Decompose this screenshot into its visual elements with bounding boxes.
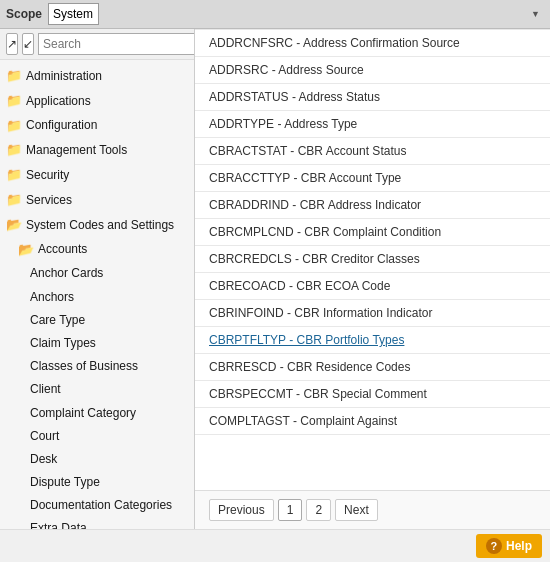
- sidebar-item-configuration[interactable]: 📁Configuration: [0, 114, 194, 139]
- list-item[interactable]: ADDRTYPE - Address Type: [195, 111, 550, 138]
- collapse-button[interactable]: ↙: [22, 33, 34, 55]
- list-item[interactable]: CBRRESCD - CBR Residence Codes: [195, 354, 550, 381]
- sidebar-item-label: Services: [26, 191, 72, 210]
- page-2-button[interactable]: 2: [306, 499, 331, 521]
- sidebar-item-complaint-category[interactable]: Complaint Category: [0, 402, 194, 425]
- sidebar-item-court[interactable]: Court: [0, 425, 194, 448]
- sidebar-item-classes-of-business[interactable]: Classes of Business: [0, 355, 194, 378]
- top-bar: Scope System: [0, 0, 550, 29]
- folder-icon: 📁: [6, 140, 22, 161]
- sidebar-item-label: Classes of Business: [30, 357, 138, 376]
- sidebar-item-label: Claim Types: [30, 334, 96, 353]
- sidebar-item-applications[interactable]: 📁Applications: [0, 89, 194, 114]
- sidebar-item-label: Management Tools: [26, 141, 127, 160]
- sidebar-item-label: Accounts: [38, 240, 87, 259]
- folder-icon: 📁: [6, 116, 22, 137]
- sidebar-item-label: Court: [30, 427, 59, 446]
- sidebar-item-desk[interactable]: Desk: [0, 448, 194, 471]
- next-button[interactable]: Next: [335, 499, 378, 521]
- folder-icon: 📁: [6, 165, 22, 186]
- sidebar-item-claim-types[interactable]: Claim Types: [0, 332, 194, 355]
- list-item[interactable]: ADDRSTATUS - Address Status: [195, 84, 550, 111]
- folder-icon: 📁: [6, 190, 22, 211]
- sidebar-item-label: Desk: [30, 450, 57, 469]
- main-content: ↗ ↙ 📁Administration📁Applications📁Configu…: [0, 29, 550, 529]
- list-item[interactable]: CBRACCTTYP - CBR Account Type: [195, 165, 550, 192]
- list-item[interactable]: CBRSPECCMT - CBR Special Comment: [195, 381, 550, 408]
- scope-label: Scope: [6, 7, 42, 21]
- sidebar-toolbar: ↗ ↙: [0, 29, 194, 60]
- sidebar-item-label: Configuration: [26, 116, 97, 135]
- folder-icon: 📁: [6, 66, 22, 87]
- sidebar-item-client[interactable]: Client: [0, 378, 194, 401]
- sidebar-item-label: Anchor Cards: [30, 264, 103, 283]
- sidebar-item-label: Client: [30, 380, 61, 399]
- item-list: ADDRCNFSRC - Address Confirmation Source…: [195, 29, 550, 490]
- sidebar-item-dispute-type[interactable]: Dispute Type: [0, 471, 194, 494]
- expand-button[interactable]: ↗: [6, 33, 18, 55]
- folder-open-icon: 📂: [18, 240, 34, 261]
- sidebar-item-label: Care Type: [30, 311, 85, 330]
- page-1-button[interactable]: 1: [278, 499, 303, 521]
- help-bar: ? Help: [0, 529, 550, 562]
- sidebar-item-care-type[interactable]: Care Type: [0, 309, 194, 332]
- sidebar-item-label: Applications: [26, 92, 91, 111]
- list-item[interactable]: CBRCMPLCND - CBR Complaint Condition: [195, 219, 550, 246]
- sidebar-nav: 📁Administration📁Applications📁Configurati…: [0, 60, 194, 529]
- pagination: Previous 1 2 Next: [195, 490, 550, 529]
- list-item[interactable]: CBRECOACD - CBR ECOA Code: [195, 273, 550, 300]
- sidebar-item-management-tools[interactable]: 📁Management Tools: [0, 138, 194, 163]
- sidebar-item-anchors[interactable]: Anchors: [0, 286, 194, 309]
- sidebar-item-label: Dispute Type: [30, 473, 100, 492]
- sidebar-item-label: Complaint Category: [30, 404, 136, 423]
- folder-icon: 📁: [6, 91, 22, 112]
- sidebar-item-label: System Codes and Settings: [26, 216, 174, 235]
- list-item[interactable]: CBRINFOIND - CBR Information Indicator: [195, 300, 550, 327]
- list-item[interactable]: ADDRCNFSRC - Address Confirmation Source: [195, 29, 550, 57]
- sidebar-item-label: Security: [26, 166, 69, 185]
- sidebar-item-documentation-categories[interactable]: Documentation Categories: [0, 494, 194, 517]
- sidebar: ↗ ↙ 📁Administration📁Applications📁Configu…: [0, 29, 195, 529]
- sidebar-item-anchor-cards[interactable]: Anchor Cards: [0, 262, 194, 285]
- sidebar-item-system-codes[interactable]: 📂System Codes and Settings: [0, 213, 194, 238]
- sidebar-item-accounts[interactable]: 📂Accounts: [0, 238, 194, 263]
- sidebar-item-services[interactable]: 📁Services: [0, 188, 194, 213]
- list-item[interactable]: ADDRSRC - Address Source: [195, 57, 550, 84]
- list-item[interactable]: CBRCREDCLS - CBR Creditor Classes: [195, 246, 550, 273]
- scope-select-wrapper[interactable]: System: [48, 3, 544, 25]
- help-button[interactable]: ? Help: [476, 534, 542, 558]
- sidebar-item-extra-data[interactable]: Extra Data: [0, 517, 194, 529]
- list-item[interactable]: CBRADDRIND - CBR Address Indicator: [195, 192, 550, 219]
- search-input[interactable]: [38, 33, 195, 55]
- previous-button[interactable]: Previous: [209, 499, 274, 521]
- right-panel: ADDRCNFSRC - Address Confirmation Source…: [195, 29, 550, 529]
- scope-dropdown[interactable]: System: [48, 3, 99, 25]
- sidebar-item-label: Documentation Categories: [30, 496, 172, 515]
- folder-open-icon: 📂: [6, 215, 22, 236]
- help-label: Help: [506, 539, 532, 553]
- help-icon: ?: [486, 538, 502, 554]
- list-item[interactable]: CBRPTFLTYP - CBR Portfolio Types: [195, 327, 550, 354]
- sidebar-item-label: Anchors: [30, 288, 74, 307]
- sidebar-item-security[interactable]: 📁Security: [0, 163, 194, 188]
- sidebar-item-label: Extra Data: [30, 519, 87, 529]
- sidebar-item-label: Administration: [26, 67, 102, 86]
- sidebar-item-administration[interactable]: 📁Administration: [0, 64, 194, 89]
- list-item[interactable]: COMPLTAGST - Complaint Against: [195, 408, 550, 435]
- list-item[interactable]: CBRACTSTAT - CBR Account Status: [195, 138, 550, 165]
